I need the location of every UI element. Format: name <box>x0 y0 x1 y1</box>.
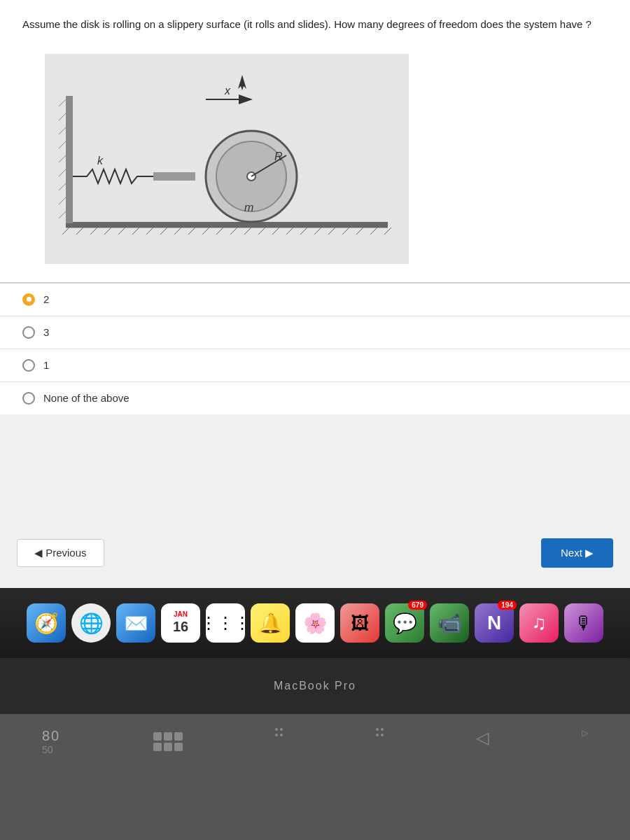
svg-line-11 <box>188 227 195 234</box>
svg-line-3 <box>76 227 83 234</box>
svg-line-7 <box>132 227 139 234</box>
dock-safari[interactable]: 🧭 <box>27 603 66 643</box>
previous-button[interactable]: ◀ Previous <box>17 539 104 567</box>
quiz-container: Assume the disk is rolling on a slippery… <box>0 0 630 588</box>
svg-line-20 <box>314 227 321 234</box>
svg-line-2 <box>62 227 69 234</box>
messages-badge: 679 <box>408 601 427 610</box>
dock-chrome[interactable]: 🌐 <box>71 603 111 643</box>
svg-line-15 <box>244 227 251 234</box>
answer-option-none[interactable]: None of the above <box>0 382 630 414</box>
svg-line-5 <box>104 227 111 234</box>
dock-music[interactable]: ♫ <box>519 603 559 643</box>
svg-line-27 <box>59 99 66 106</box>
svg-rect-0 <box>66 222 388 227</box>
diagram-svg: x k <box>45 54 409 264</box>
svg-line-13 <box>216 227 223 234</box>
svg-line-28 <box>59 113 66 120</box>
dock-mail[interactable]: ✉️ <box>116 603 155 643</box>
svg-line-23 <box>356 227 363 234</box>
answer-options: 2 3 1 None of the above <box>0 282 630 414</box>
question-text: Assume the disk is rolling on a slippery… <box>22 17 608 33</box>
keyboard-center <box>153 728 183 755</box>
dock-preview[interactable]: 🖼 <box>340 603 379 643</box>
answer-option-3[interactable]: 3 <box>0 316 630 349</box>
dock-notes[interactable]: N 194 <box>475 603 514 643</box>
svg-line-10 <box>174 227 181 234</box>
next-button[interactable]: Next ▶ <box>541 538 613 568</box>
keyboard-area: 80 50 <box>0 714 630 840</box>
svg-line-32 <box>59 169 66 176</box>
svg-line-12 <box>202 227 209 234</box>
question-area: Assume the disk is rolling on a slippery… <box>0 0 630 282</box>
radio-3[interactable] <box>22 326 35 339</box>
answer-option-1[interactable]: 1 <box>0 349 630 382</box>
svg-line-19 <box>300 227 307 234</box>
svg-line-4 <box>90 227 97 234</box>
svg-line-34 <box>59 197 66 204</box>
dock-siri[interactable]: 🔔 <box>251 603 290 643</box>
answer-option-2[interactable]: 2 <box>0 282 630 316</box>
diagram-wrapper: x k <box>22 47 608 271</box>
svg-line-24 <box>370 227 377 234</box>
macbook-area: MacBook Pro <box>0 658 630 714</box>
svg-line-30 <box>59 141 66 148</box>
keyboard-arrow: ◁ <box>476 728 489 755</box>
dock-messages[interactable]: 💬 679 <box>385 603 424 643</box>
svg-line-14 <box>230 227 237 234</box>
svg-line-33 <box>59 183 66 190</box>
svg-line-8 <box>146 227 153 234</box>
svg-line-16 <box>258 227 265 234</box>
svg-text:m: m <box>244 202 253 214</box>
svg-line-9 <box>160 227 167 234</box>
radio-2[interactable] <box>22 293 35 306</box>
notes-badge: 194 <box>498 601 517 610</box>
svg-line-29 <box>59 127 66 134</box>
svg-line-21 <box>328 227 335 234</box>
option-none-label: None of the above <box>43 392 130 404</box>
svg-rect-26 <box>66 96 73 223</box>
dock-reminders[interactable]: ⋮⋮⋮ <box>206 603 245 643</box>
keyboard-left: 80 50 <box>42 728 60 755</box>
keyboard-dots <box>275 728 283 755</box>
physics-diagram: x k <box>45 54 409 264</box>
svg-text:k: k <box>97 155 104 167</box>
radio-1[interactable] <box>22 359 35 372</box>
dock-facetime[interactable]: 📹 <box>430 603 469 643</box>
svg-line-31 <box>59 155 66 162</box>
svg-marker-38 <box>238 75 246 90</box>
keyboard-fn: ▷ <box>582 728 588 755</box>
svg-text:x: x <box>224 85 231 97</box>
keyboard-dots2 <box>376 728 384 755</box>
svg-line-35 <box>59 211 66 218</box>
dock-podcasts[interactable]: 🎙 <box>564 603 603 643</box>
option-1-label: 1 <box>43 359 49 371</box>
radio-none[interactable] <box>22 392 35 405</box>
option-3-label: 3 <box>43 326 49 338</box>
svg-line-25 <box>384 227 391 234</box>
svg-line-6 <box>118 227 125 234</box>
svg-line-17 <box>272 227 279 234</box>
dock: 🧭 🌐 ✉️ JAN 16 ⋮⋮⋮ 🔔 🌸 🖼 💬 679 📹 N 194 <box>0 588 630 658</box>
svg-text:R: R <box>274 150 283 162</box>
svg-line-18 <box>286 227 293 234</box>
macbook-label: MacBook Pro <box>274 680 356 692</box>
svg-line-22 <box>342 227 349 234</box>
option-2-label: 2 <box>43 293 49 305</box>
dock-photos[interactable]: 🌸 <box>295 603 335 643</box>
navigation-area: ◀ Previous Next ▶ <box>0 528 630 578</box>
dock-calendar[interactable]: JAN 16 <box>161 603 200 643</box>
svg-rect-40 <box>153 172 195 181</box>
